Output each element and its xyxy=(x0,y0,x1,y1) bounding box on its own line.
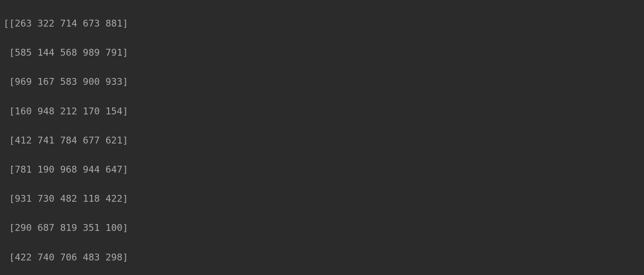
output-line: [585 144 568 989 791] xyxy=(3,45,641,60)
output-line: [969 167 583 900 933] xyxy=(3,75,641,89)
output-line: [931 730 482 118 422] xyxy=(3,191,641,206)
output-line: [781 190 968 944 647] xyxy=(3,162,641,177)
output-line: [290 687 819 351 100] xyxy=(3,221,641,235)
output-line: [160 948 212 170 154] xyxy=(3,104,641,119)
output-line: [412 741 784 677 621] xyxy=(3,133,641,148)
output-line: [[263 322 714 673 881] xyxy=(3,16,641,31)
output-line: [422 740 706 483 298] xyxy=(3,250,641,265)
terminal-output: [[263 322 714 673 881] [585 144 568 989 … xyxy=(0,0,644,275)
